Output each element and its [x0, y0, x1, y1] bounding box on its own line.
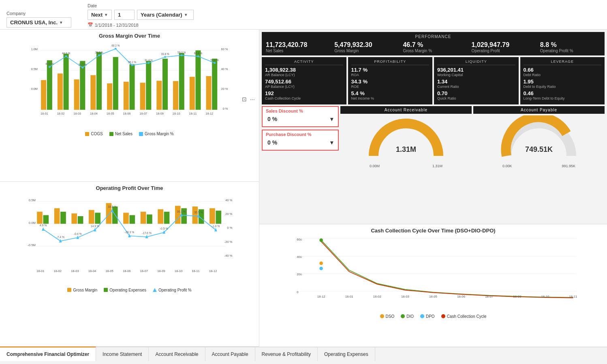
- quick-ratio-label: Quick Ratio: [437, 96, 515, 100]
- svg-rect-93: [175, 206, 181, 224]
- legend-gross-margin: Gross Margin: [67, 288, 97, 292]
- date-count-dropdown[interactable]: 1: [114, 10, 135, 20]
- perf-gross-margin: 5,479,932.30 Gross Margin: [334, 41, 395, 53]
- tab-opex-label: Operating Expenses: [324, 351, 368, 357]
- current-ratio-item: 1.34 Current Ratio: [437, 79, 515, 89]
- dio-color: [401, 314, 405, 318]
- perf-gm-pct-label: Gross Margin %: [403, 49, 463, 53]
- tab-income[interactable]: Income Statement: [96, 347, 149, 361]
- perf-op-profit-pct-label: Operating Profit %: [540, 49, 601, 53]
- debt-ratio-item: 0.66 Debt Ratio: [524, 67, 602, 77]
- svg-rect-13: [58, 73, 63, 110]
- gross-margin-legend: COGS Net Sales Gross Margin %: [3, 132, 256, 136]
- cash-collection-svg: 600 400 200 0: [263, 235, 604, 312]
- quick-ratio-value: 0.70: [437, 90, 515, 96]
- working-cap-label: Working Capital: [437, 73, 515, 77]
- ap-gauge-min: 0.00K: [502, 164, 512, 168]
- perf-gm-pct-value: 46.7 %: [403, 41, 463, 49]
- svg-text:18-07: 18-07: [485, 294, 493, 298]
- perf-gross-margin-value: 5,479,932.30: [334, 41, 395, 49]
- svg-text:35.1 %: 35.1 %: [128, 61, 136, 64]
- svg-text:20 %: 20 %: [221, 87, 228, 91]
- gross-margin-svg: 1.0M 0.5M 0.0M 60 % 40 % 20 % 0 %: [3, 40, 256, 130]
- svg-text:-7.4 %: -7.4 %: [56, 236, 64, 238]
- date-next-dropdown[interactable]: Next ▾: [88, 10, 112, 20]
- performance-title: PERFORMANCE: [266, 34, 601, 39]
- filter-bar: Company CRONUS USA, Inc. ▾ Date Next ▾ 1…: [0, 0, 607, 30]
- purchase-discount-select[interactable]: 0 % ▾: [266, 137, 335, 148]
- svg-text:40 %: 40 %: [221, 67, 228, 71]
- svg-text:18-05: 18-05: [429, 294, 437, 298]
- svg-point-35: [81, 66, 83, 68]
- svg-text:31.7 %: 31.7 %: [79, 63, 87, 66]
- svg-text:39.8 %: 39.8 %: [161, 53, 169, 55]
- expand-icon[interactable]: ⊡: [242, 96, 247, 102]
- svg-text:200: 200: [297, 272, 302, 276]
- svg-rect-28: [179, 53, 184, 110]
- gm-color: [67, 288, 71, 292]
- kpi-liquidity: LIQUIDITY 936,201.41 Working Capital 1.3…: [434, 57, 519, 104]
- svg-rect-97: [209, 208, 215, 224]
- leverage-title: LEVERAGE: [524, 60, 602, 65]
- svg-rect-29: [190, 77, 195, 110]
- cogs-label: COGS: [91, 132, 103, 136]
- ar-balance-item: 1,308,922.38 AR Balance (LCY): [265, 67, 343, 77]
- chevron-down-icon: ▾: [330, 139, 333, 146]
- working-cap-value: 936,201.41: [437, 67, 515, 73]
- tab-income-label: Income Statement: [103, 351, 142, 357]
- company-dropdown[interactable]: CRONUS USA, Inc. ▾: [6, 17, 71, 28]
- more-icon[interactable]: ···: [250, 96, 255, 102]
- performance-metrics: 11,723,420.78 Net Sales 5,479,932.30 Gro…: [266, 41, 601, 53]
- svg-text:-0.4 %: -0.4 %: [74, 232, 82, 235]
- svg-text:18-12: 18-12: [317, 294, 325, 298]
- de-ratio-value: 1.95: [524, 79, 602, 85]
- svg-text:0.5M: 0.5M: [31, 67, 38, 71]
- svg-rect-78: [43, 215, 49, 224]
- svg-text:-0.5M: -0.5M: [28, 243, 36, 247]
- svg-point-142: [319, 261, 323, 265]
- ccc-value: 192: [265, 90, 343, 96]
- ar-gauge-min-max: 0.00M 1.31M: [370, 164, 442, 168]
- svg-text:18-01: 18-01: [345, 294, 353, 298]
- ltd-equity-item: 0.46 Long-Term Debt to Equity: [524, 90, 602, 100]
- gross-margin-pct-color: [139, 132, 143, 136]
- sales-discount-select[interactable]: 0 % ▾: [266, 113, 335, 125]
- legend-ccc: Cash Collection Cycle: [441, 314, 487, 319]
- date-period-dropdown[interactable]: Years (Calendar) ▾: [137, 10, 194, 20]
- purchase-discount-box: Purchase Discount % 0 % ▾: [262, 130, 339, 151]
- svg-point-34: [65, 55, 67, 57]
- purchase-discount-value: 0 %: [267, 139, 277, 146]
- perf-net-sales-label: Net Sales: [266, 49, 326, 53]
- svg-rect-98: [216, 211, 221, 224]
- tab-bar: Comprehensive Financial Optimizer Income…: [0, 347, 607, 361]
- svg-point-38: [131, 64, 133, 66]
- gm-label: Gross Margin: [73, 288, 97, 292]
- svg-rect-31: [206, 76, 212, 110]
- tab-revenue[interactable]: Revenue & Profitability: [255, 347, 318, 361]
- svg-marker-106: [162, 230, 165, 234]
- svg-text:18-03: 18-03: [73, 112, 81, 115]
- svg-rect-24: [146, 61, 151, 110]
- tab-ap-label: Account Payable: [212, 351, 248, 357]
- ar-gauge-col: Account Receivable 1.31M 0.00M 1.31M: [340, 106, 472, 222]
- legend-dio: DIO: [401, 314, 414, 319]
- svg-rect-77: [37, 212, 43, 224]
- ar-gauge-container: 1.31M 0.00M 1.31M: [340, 115, 472, 168]
- svg-text:-0.5 %: -0.5 %: [160, 227, 168, 230]
- tab-opex[interactable]: Operating Expenses: [318, 347, 375, 361]
- tab-comprehensive[interactable]: Comprehensive Financial Optimizer: [0, 347, 96, 361]
- kpi-profitability: PROFITABILITY 11.7 % ROA 34.3 % ROE 5.4 …: [348, 57, 433, 104]
- legend-dpo: DPO: [420, 314, 435, 319]
- gross-margin-chart-title: Gross Margin Over Time: [3, 33, 256, 39]
- tab-ar[interactable]: Account Receivable: [149, 347, 205, 361]
- performance-section: PERFORMANCE 11,723,420.78 Net Sales 5,47…: [262, 32, 605, 55]
- net-income-value: 5.4 %: [351, 90, 430, 96]
- svg-text:18-11: 18-11: [192, 269, 200, 273]
- tab-ap[interactable]: Account Payable: [205, 347, 255, 361]
- current-ratio-label: Current Ratio: [437, 85, 515, 89]
- svg-text:40 %: 40 %: [225, 198, 233, 202]
- roa-item: 11.7 % ROA: [351, 67, 430, 77]
- kpi-activity: ACTIVITY 1,308,922.38 AR Balance (LCY) 7…: [262, 57, 346, 104]
- svg-text:60.4 %: 60.4 %: [194, 52, 202, 55]
- chevron-down-icon: ▾: [185, 13, 187, 17]
